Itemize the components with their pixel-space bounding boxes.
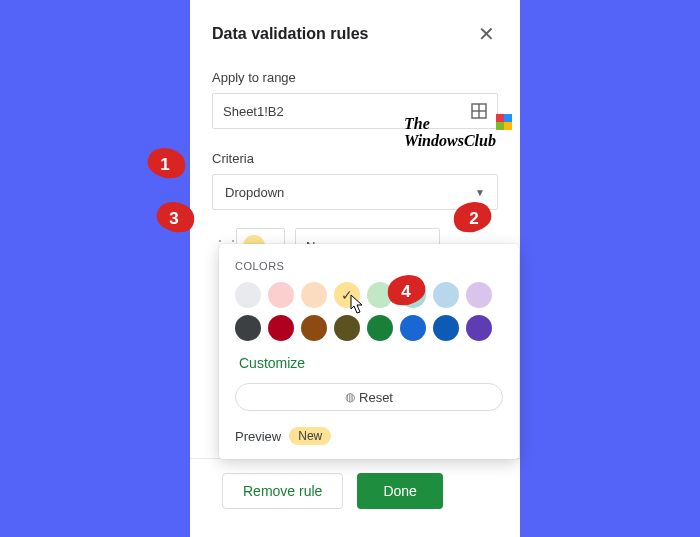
remove-rule-button[interactable]: Remove rule [222,473,343,509]
footer-buttons: Remove rule Done [212,459,498,509]
reset-icon: ◍ [345,390,355,404]
svg-rect-4 [504,114,512,122]
watermark-logo [496,114,512,130]
svg-text:2: 2 [469,209,478,228]
done-button[interactable]: Done [357,473,442,509]
svg-rect-6 [504,122,512,130]
color-swatch-7[interactable] [466,282,492,308]
color-swatch-14[interactable] [433,315,459,341]
reset-button[interactable]: ◍ Reset [235,383,503,411]
colors-label: COLORS [235,260,503,272]
criteria-label: Criteria [212,151,498,166]
color-swatch-12[interactable] [367,315,393,341]
color-swatch-1[interactable] [268,282,294,308]
color-swatch-2[interactable] [301,282,327,308]
color-swatch-3[interactable]: ✓ [334,282,360,308]
preview-badge: New [289,427,331,445]
color-swatch-0[interactable] [235,282,261,308]
customize-link[interactable]: Customize [239,355,503,371]
preview-label: Preview [235,429,281,444]
svg-rect-3 [496,114,504,122]
svg-text:3: 3 [169,209,178,228]
color-swatch-11[interactable] [334,315,360,341]
criteria-value: Dropdown [225,185,284,200]
callout-3: 3 [156,202,216,242]
caret-down-icon: ▼ [475,187,485,198]
callout-1: 1 [147,148,207,188]
color-swatch-10[interactable] [301,315,327,341]
panel-header: Data validation rules ✕ [212,22,498,46]
callout-4: 4 [366,275,426,315]
color-swatch-8[interactable] [235,315,261,341]
svg-rect-5 [496,122,504,130]
close-icon[interactable]: ✕ [474,22,498,46]
callout-2: 2 [432,202,492,242]
preview-row: Preview New [235,427,503,445]
svg-text:1: 1 [160,155,169,174]
color-swatch-13[interactable] [400,315,426,341]
reset-label: Reset [359,390,393,405]
apply-range-label: Apply to range [212,70,498,85]
color-swatch-9[interactable] [268,315,294,341]
panel-title: Data validation rules [212,25,369,43]
color-swatch-6[interactable] [433,282,459,308]
svg-text:4: 4 [401,282,411,301]
color-swatch-15[interactable] [466,315,492,341]
watermark-text: TheWindowsClub [404,116,496,150]
